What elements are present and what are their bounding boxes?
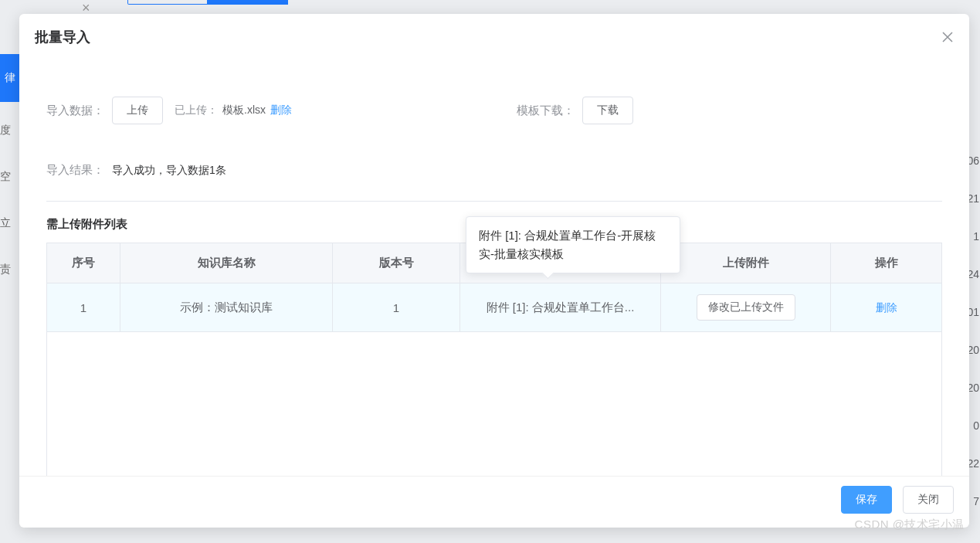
modal-footer: 保存 关闭: [19, 476, 969, 528]
watermark: CSDN @技术宅小温: [855, 518, 965, 532]
close-button[interactable]: 关闭: [903, 486, 954, 514]
import-data-label: 导入数据：: [46, 104, 104, 118]
download-button[interactable]: 下载: [582, 97, 633, 124]
cell-doc[interactable]: 附件 [1]: 合规处置单工作台...: [460, 283, 661, 332]
col-header-op: 操作: [831, 243, 942, 283]
uploaded-delete-link[interactable]: 删除: [270, 104, 292, 117]
uploaded-label: 已上传：: [175, 104, 218, 117]
col-header-name: 知识库名称: [120, 243, 333, 283]
col-header-index: 序号: [47, 243, 120, 283]
upload-button[interactable]: 上传: [112, 97, 163, 124]
doc-tooltip: 附件 [1]: 合规处置单工作台-开展核实-批量核实模板: [466, 216, 680, 273]
table-row: 1 示例：测试知识库 1 附件 [1]: 合规处置单工作台... 修改已上传文件…: [47, 283, 942, 332]
save-button[interactable]: 保存: [841, 486, 892, 514]
import-row: 导入数据： 上传 已上传： 模板.xlsx 删除 模板下载： 下载: [46, 97, 942, 124]
import-result-row: 导入结果： 导入成功，导入数据1条: [46, 163, 942, 178]
divider: [46, 201, 942, 202]
import-result-label: 导入结果：: [46, 163, 104, 178]
modal-title: 批量导入: [35, 28, 90, 46]
table-empty-area: [46, 332, 942, 476]
cell-op: 删除: [831, 283, 942, 332]
row-delete-link[interactable]: 删除: [876, 301, 897, 314]
modify-upload-button[interactable]: 修改已上传文件: [697, 294, 795, 321]
cell-name: 示例：测试知识库: [120, 283, 333, 332]
template-download-label: 模板下载：: [517, 104, 575, 118]
cell-upload: 修改已上传文件: [661, 283, 831, 332]
close-icon[interactable]: [941, 31, 954, 43]
modal-header: 批量导入: [19, 14, 969, 58]
cell-index: 1: [47, 283, 120, 332]
import-result-text: 导入成功，导入数据1条: [112, 164, 226, 178]
col-header-upload: 上传附件: [661, 243, 831, 283]
cell-version: 1: [333, 283, 460, 332]
uploaded-filename: 模板.xlsx: [222, 104, 266, 117]
col-header-version: 版本号: [333, 243, 460, 283]
